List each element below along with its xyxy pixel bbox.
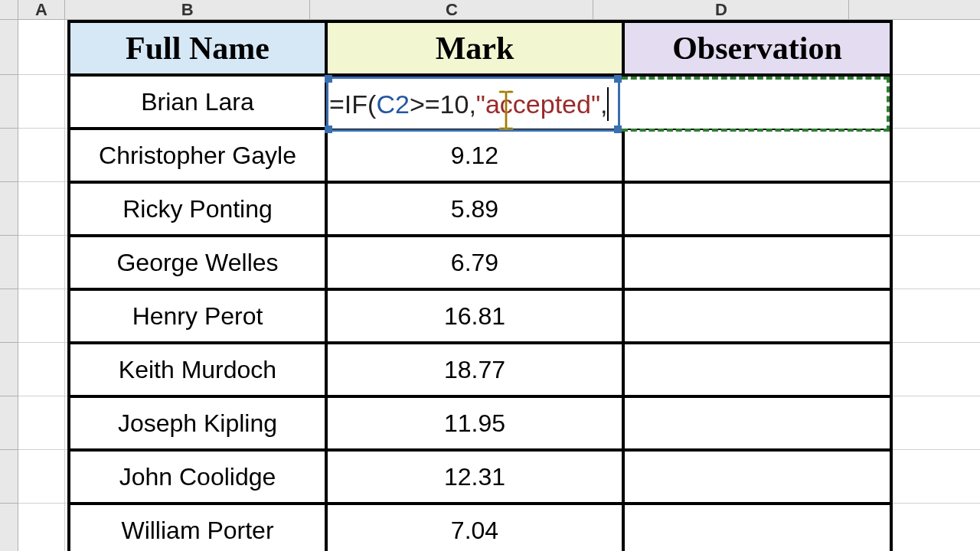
row-header[interactable] [0,289,18,343]
cell[interactable] [18,450,65,504]
table-row: George Welles6.79 [69,236,891,289]
cell[interactable] [18,20,65,75]
cell-observation[interactable] [623,396,891,450]
cell-name[interactable]: Henry Perot [69,289,326,343]
cell-observation[interactable] [623,504,891,551]
cell[interactable] [18,289,65,343]
cell[interactable] [18,343,65,396]
cell-name[interactable]: Christopher Gayle [69,129,326,182]
cell-mark[interactable]: 9.12 [326,129,623,182]
cell-name[interactable]: George Welles [69,236,326,289]
cell[interactable] [18,504,65,551]
header-observation[interactable]: Observation [623,21,891,75]
col-header-c[interactable]: C [310,0,593,20]
row-header[interactable] [0,343,18,396]
header-full-name[interactable]: Full Name [69,21,326,75]
cell-name[interactable]: Brian Lara [69,75,326,129]
cell-name[interactable]: Keith Murdoch [69,343,326,396]
cell-mark[interactable]: 5.89 [326,182,623,236]
cell[interactable] [18,182,65,236]
cell-observation[interactable] [623,289,891,343]
row-header[interactable] [0,182,18,236]
column-headers: A B C D [0,0,980,20]
table-header-row: Full Name Mark Observation [69,21,891,75]
cell[interactable] [18,129,65,182]
col-header-e[interactable] [849,0,980,20]
col-header-b[interactable]: B [65,0,310,20]
cell-mark[interactable]: 7.04 [326,504,623,551]
cell-name[interactable]: Joseph Kipling [69,396,326,450]
cell-mark[interactable]: 16.81 [326,289,623,343]
cell[interactable] [18,396,65,450]
cell-observation[interactable] [623,182,891,236]
row-header[interactable] [0,236,18,289]
cell-observation[interactable] [623,236,891,289]
table-row: John Coolidge12.31 [69,450,891,504]
cell-mark[interactable]: 6.79 [326,236,623,289]
table-row: Joseph Kipling11.95 [69,396,891,450]
cell-observation[interactable] [623,129,891,182]
row-header[interactable] [0,129,18,182]
cell-name[interactable]: John Coolidge [69,450,326,504]
col-header-d[interactable]: D [593,0,849,20]
table-row: William Porter7.04 [69,504,891,551]
table-row: Christopher Gayle9.12 [69,129,891,182]
cell-name[interactable]: William Porter [69,504,326,551]
cell-observation[interactable] [623,343,891,396]
row-header[interactable] [0,504,18,551]
cell-mark[interactable]: 11.95 [326,396,623,450]
cell-name[interactable]: Ricky Ponting [69,182,326,236]
cell-observation[interactable] [623,450,891,504]
row-header[interactable] [0,20,18,75]
cell-mark[interactable]: 12.31 [326,450,623,504]
table-row: Ricky Ponting5.89 [69,182,891,236]
select-all-corner[interactable] [0,0,18,20]
row-header[interactable] [0,75,18,129]
header-mark[interactable]: Mark [326,21,623,75]
table-row: Keith Murdoch18.77 [69,343,891,396]
row-header[interactable] [0,450,18,504]
row-header[interactable] [0,396,18,450]
cell-mark[interactable]: 18.77 [326,343,623,396]
table-row: Henry Perot16.81 [69,289,891,343]
col-header-a[interactable]: A [18,0,65,20]
edit-mask [328,78,887,129]
cell[interactable] [18,236,65,289]
cell[interactable] [18,75,65,129]
